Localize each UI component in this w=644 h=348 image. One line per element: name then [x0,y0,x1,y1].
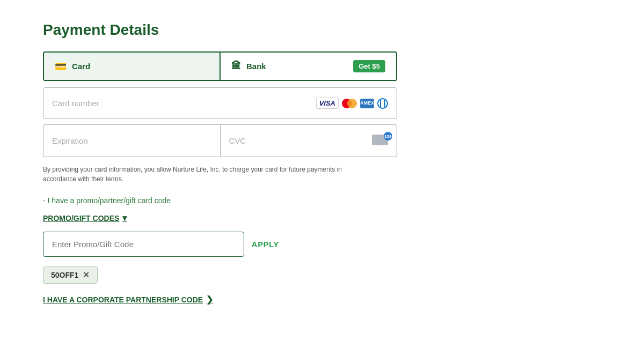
card-tab-icon: 💳 [55,61,67,72]
disclaimer-text: By providing your card information, you … [43,165,376,184]
tab-card-label: Card [72,62,90,71]
get5-badge: Get $5 [353,60,385,72]
remove-code-button[interactable]: ✕ [83,270,90,280]
promo-section-label: PROMO/GIFT CODES [43,214,119,223]
applied-code-badge: 50OFF1 ✕ [43,266,98,284]
apply-button[interactable]: APPLY [252,240,279,249]
promo-chevron-down-icon: ▾ [122,213,127,223]
page-title: Payment Details [43,21,601,39]
card-type-icons: VISA AMEX [316,98,388,109]
tab-card[interactable]: 💳 Card [44,53,221,80]
cvc-badge: 139 [372,135,388,147]
promo-link-text: - I have a promo/partner/gift card code [43,196,171,205]
card-number-field[interactable]: Card number VISA AMEX [43,87,397,119]
promo-input-row: APPLY [43,232,279,257]
expiry-cvc-row: Expiration CVC 139 [43,124,397,157]
tab-bank-label: Bank [246,62,266,71]
cvc-number: 139 [384,132,392,140]
applied-code-text: 50OFF1 [51,271,78,279]
expiration-field[interactable]: Expiration [43,124,220,157]
tab-bank[interactable]: 🏛 Bank Get $5 [221,53,396,80]
corporate-link-label: I HAVE A CORPORATE PARTNERSHIP CODE [43,295,203,304]
mastercard-icon [342,99,357,108]
expiration-placeholder: Expiration [52,136,88,145]
promo-link[interactable]: - I have a promo/partner/gift card code [43,196,601,205]
chevron-right-icon: ❯ [206,294,213,305]
promo-code-input[interactable] [43,232,244,257]
visa-icon: VISA [316,98,339,109]
card-number-placeholder: Card number [52,99,99,108]
diners-icon [377,98,388,109]
bank-tab-icon: 🏛 [231,61,241,72]
cvc-field[interactable]: CVC 139 [220,124,398,157]
amex-icon: AMEX [360,99,374,108]
payment-method-tabs: 💳 Card 🏛 Bank Get $5 [43,51,397,81]
corporate-link[interactable]: I HAVE A CORPORATE PARTNERSHIP CODE ❯ [43,294,601,305]
card-fields-container: Card number VISA AMEX Expiration CVC 139 [43,87,397,157]
promo-codes-toggle[interactable]: PROMO/GIFT CODES ▾ [43,213,601,223]
cvc-placeholder: CVC [229,136,246,145]
